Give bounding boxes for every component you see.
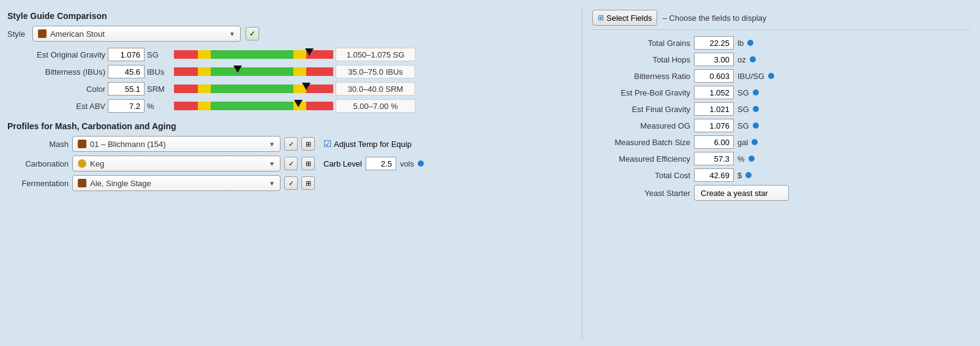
right-stat-value-7[interactable]: 57.3 [694, 152, 734, 165]
right-stat-row-1: Total Hops3.00oz [592, 53, 970, 66]
chevron-down-icon: ▼ [229, 31, 235, 37]
gauge-pointer-1 [233, 66, 242, 73]
right-stat-dot-4[interactable] [753, 106, 759, 112]
stat-unit-3: % [147, 102, 172, 111]
right-stat-label-2: Bitterness Ratio [592, 72, 690, 81]
right-stats-container: Total Grains22.25lbTotal Hops3.00ozBitte… [592, 36, 970, 182]
right-stat-label-1: Total Hops [592, 55, 690, 64]
yeast-starter-label: Yeast Starter [592, 189, 690, 198]
carbonation-edit-button[interactable]: ✓ [284, 157, 298, 170]
stat-label-3: Est ABV [7, 102, 105, 111]
right-stat-row-3: Est Pre-Boil Gravity1.052SG [592, 86, 970, 99]
left-panel: Style Guide Comparison Style American St… [0, 6, 582, 340]
gauge-bar-0 [174, 48, 333, 61]
carbonation-expand-button[interactable]: ⊞ [301, 157, 315, 170]
stat-row-0: Est Original Gravity1.076SG1.050–1.075 S… [7, 48, 575, 61]
right-stat-label-3: Est Pre-Boil Gravity [592, 88, 690, 97]
right-stat-dot-3[interactable] [753, 89, 759, 96]
right-stat-value-3[interactable]: 1.052 [694, 86, 734, 99]
fermentation-label: Fermentation [7, 179, 69, 188]
yeast-starter-btn-text: Create a yeast star [701, 189, 768, 198]
stats-section: Est Original Gravity1.076SG1.050–1.075 S… [7, 48, 575, 113]
right-stat-value-0[interactable]: 22.25 [694, 36, 734, 50]
right-stat-unit-0: lb [737, 39, 744, 48]
right-stat-value-6[interactable]: 6.00 [694, 135, 734, 149]
gauge-pointer-3 [294, 100, 303, 107]
chevron-down-icon: ▼ [269, 141, 275, 148]
right-stat-row-2: Bitterness Ratio0.603IBU/SG [592, 69, 970, 83]
right-stat-value-4[interactable]: 1.021 [694, 102, 734, 116]
right-stat-dot-2[interactable] [768, 73, 774, 79]
right-stat-unit-7: % [737, 154, 745, 164]
style-label: Style [7, 29, 25, 39]
style-icon [38, 29, 47, 38]
stat-range-1: 35.0–75.0 IBUs [336, 65, 415, 78]
right-stat-value-5[interactable]: 1.076 [694, 119, 734, 132]
keg-icon [78, 159, 86, 168]
fermentation-edit-button[interactable]: ✓ [284, 176, 298, 190]
carb-level-row: Carb Level 2.5 vols [318, 157, 424, 170]
gauge-bar-1 [174, 65, 333, 78]
gauge-bar-3 [174, 99, 333, 113]
stat-value-3[interactable]: 7.2 [108, 99, 145, 113]
mash-expand-button[interactable]: ⊞ [301, 137, 315, 151]
right-stat-unit-2: IBU/SG [737, 72, 764, 81]
stat-value-0[interactable]: 1.076 [108, 48, 145, 61]
fermentation-value: Ale, Single Stage [90, 179, 265, 188]
right-stat-label-5: Measured OG [592, 121, 690, 130]
stat-row-2: Color55.1SRM30.0–40.0 SRM [7, 82, 575, 96]
right-stat-dot-6[interactable] [752, 139, 758, 145]
stat-value-2[interactable]: 55.1 [108, 82, 145, 96]
yeast-starter-button[interactable]: Create a yeast star [694, 185, 789, 201]
right-stat-dot-1[interactable] [750, 56, 756, 62]
fermentation-dropdown[interactable]: Ale, Single Stage ▼ [72, 175, 281, 191]
stat-row-1: Bitterness (IBUs)45.6IBUs35.0–75.0 IBUs [7, 65, 575, 78]
stat-label-1: Bitterness (IBUs) [7, 67, 105, 77]
stat-row-3: Est ABV7.2%5.00–7.00 % [7, 99, 575, 113]
carb-level-unit: vols [400, 159, 414, 168]
right-stat-dot-5[interactable] [753, 122, 759, 129]
select-fields-row: ⊞ Select Fields – Choose the fields to d… [592, 10, 970, 30]
right-stat-label-7: Measured Efficiency [592, 154, 690, 164]
profiles-section: Profiles for Mash, Carbonation and Aging… [7, 121, 575, 191]
yeast-starter-row: Yeast Starter Create a yeast star [592, 185, 970, 201]
gauge-pointer-0 [305, 48, 314, 56]
right-stat-dot-7[interactable] [748, 156, 755, 162]
right-stat-dot-0[interactable] [747, 40, 753, 46]
carb-level-dot[interactable] [418, 160, 424, 167]
style-value: American Stout [50, 29, 225, 39]
mash-edit-button[interactable]: ✓ [284, 137, 298, 151]
right-stat-unit-6: gal [737, 138, 748, 147]
carbonation-label: Carbonation [7, 159, 69, 168]
mash-label: Mash [7, 140, 69, 149]
fermentation-expand-button[interactable]: ⊞ [301, 176, 315, 190]
stat-range-2: 30.0–40.0 SRM [336, 82, 415, 96]
mash-dropdown[interactable]: 01 – Blichmann (154) ▼ [72, 136, 281, 152]
stat-value-1[interactable]: 45.6 [108, 65, 145, 78]
right-stat-row-7: Measured Efficiency57.3% [592, 152, 970, 165]
right-stat-label-8: Total Cost [592, 171, 690, 180]
mash-value: 01 – Blichmann (154) [90, 140, 265, 149]
carb-level-value[interactable]: 2.5 [366, 157, 396, 170]
right-stat-label-6: Measured Batch Size [592, 138, 690, 147]
fields-icon: ⊞ [598, 13, 604, 22]
select-fields-button[interactable]: ⊞ Select Fields [592, 10, 657, 26]
right-stat-label-4: Est Final Gravity [592, 105, 690, 114]
right-stat-dot-8[interactable] [745, 172, 752, 178]
carb-level-label: Carb Level [323, 159, 362, 168]
carbonation-dropdown[interactable]: Keg ▼ [72, 156, 281, 171]
choose-text: – Choose the fields to display [662, 13, 766, 23]
style-check-button[interactable]: ✓ [246, 27, 259, 40]
style-guide-title: Style Guide Comparison [7, 11, 575, 21]
stat-unit-2: SRM [147, 85, 172, 94]
right-stat-value-8[interactable]: 42.69 [694, 168, 734, 182]
profiles-title: Profiles for Mash, Carbonation and Aging [7, 121, 575, 131]
style-dropdown[interactable]: American Stout ▼ [32, 26, 241, 42]
right-stat-row-8: Total Cost42.69$ [592, 168, 970, 182]
right-stat-value-1[interactable]: 3.00 [694, 53, 734, 66]
right-stat-label-0: Total Grains [592, 39, 690, 48]
right-stat-value-2[interactable]: 0.603 [694, 69, 734, 83]
adjust-temp-checkbox[interactable]: ☑ Adjust Temp for Equip [323, 138, 412, 149]
stat-range-0: 1.050–1.075 SG [336, 48, 415, 61]
fermentation-row: Fermentation Ale, Single Stage ▼ ✓ ⊞ [7, 175, 575, 191]
